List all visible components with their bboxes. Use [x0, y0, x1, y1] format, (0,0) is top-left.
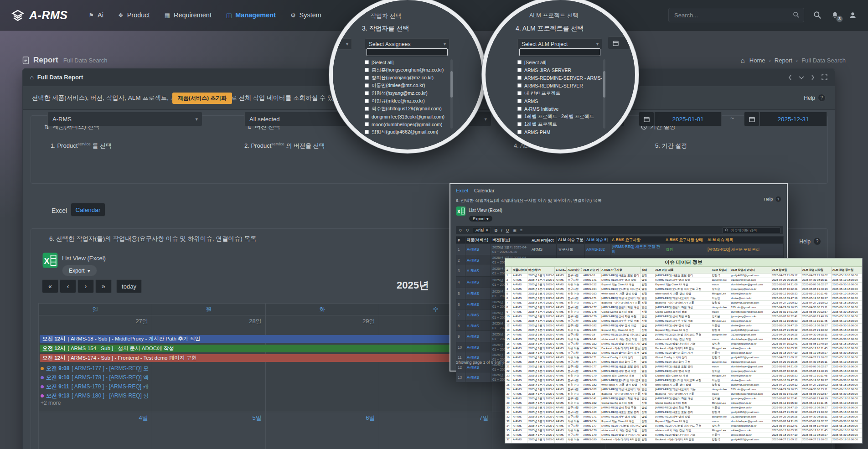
sheet-row[interactable]: 1A-RMS2025년 1분기 2025-04-01 ~ 2025-06-30A… — [506, 274, 862, 278]
calendar-button-fragment[interactable] — [608, 36, 630, 49]
assignee-option[interactable]: dongmin lee(313cokr@gmail.com) — [365, 113, 450, 120]
sheet-row[interactable]: 9A-RMS2025년 1분기 2025-04-01 ~ 2025-06-30A… — [506, 310, 862, 315]
calendar-next-button[interactable]: › — [78, 279, 94, 293]
export-button[interactable]: Export▾ — [62, 265, 97, 276]
sheet-row[interactable]: 14A-RMS2025년 1분기 2025-04-01 ~ 2025-06-30… — [506, 333, 862, 337]
sheet-row[interactable]: 5A-RMS2025년 1분기 2025-04-01 ~ 2025-06-30A… — [506, 292, 862, 296]
assignee-option[interactable]: 홍성훈(hongseonghun@mz.co.kr) — [365, 66, 450, 74]
calendar-last-button[interactable]: » — [95, 279, 112, 293]
version-select-fragment[interactable]: ▾ — [329, 38, 352, 50]
alm-option[interactable]: A-RMS Initiative — [517, 105, 602, 113]
expand-icon[interactable] — [822, 74, 827, 80]
assignee-list-scrollbar[interactable] — [450, 59, 453, 129]
sheet-row[interactable]: 22A-RMS2025년 1분기 2025-04-01 ~ 2025-06-30… — [506, 369, 862, 374]
italic-icon[interactable]: I — [501, 228, 502, 232]
calendar-event-item[interactable]: 오전 9:08[ ARMS-177 ] - [ARMS-REQ] 모니터링 — [41, 364, 149, 373]
sheet-row[interactable]: 26A-RMS2025년 1분기 2025-04-01 ~ 2025-06-30… — [506, 387, 862, 392]
excel-table-row[interactable]: 1A-RMS2025년 1분기 2025-04-01 ~ 2025-06-30A… — [456, 244, 784, 255]
date-from-calendar-button[interactable] — [639, 112, 654, 126]
product-reset-button[interactable]: 제품(서비스) 초기화 — [172, 93, 232, 104]
sheet-row[interactable]: 17A-RMS2025년 1분기 2025-04-01 ~ 2025-06-30… — [506, 346, 862, 351]
sheet-row[interactable]: 4A-RMS2025년 1분기 2025-04-01 ~ 2025-06-30A… — [506, 287, 862, 292]
sheet-row[interactable]: 8A-RMS2025년 1분기 2025-04-01 ~ 2025-06-30A… — [506, 305, 862, 310]
section-help-button[interactable]: Help ? — [799, 237, 821, 245]
breadcrumb-item[interactable]: Report — [775, 57, 792, 64]
underline-icon[interactable]: U — [506, 228, 509, 232]
alm-option[interactable]: ARMS-REDMINE-SERVER - ARMS-RE — [517, 74, 602, 82]
issue-search-input[interactable]: 이슈데이터 검색 — [722, 227, 780, 233]
alm-list-scrollbar[interactable] — [603, 59, 605, 129]
sheet-row[interactable]: 15A-RMS2025년 1분기 2025-04-01 ~ 2025-06-30… — [506, 337, 862, 342]
sheet-row[interactable]: 10A-RMS2025년 1분기 2025-04-01 ~ 2025-06-30… — [506, 315, 862, 319]
calendar-event-bar[interactable]: 오전 12시[ ARMS-174 - Sub ] - Frontend - Te… — [40, 354, 509, 362]
date-to-calendar-button[interactable] — [744, 112, 760, 126]
nav-item-management[interactable]: ◫Management — [226, 11, 276, 19]
calendar-day-cell[interactable]: 4일 — [39, 412, 152, 449]
fill-color-icon[interactable]: ▣ — [512, 228, 517, 232]
nav-item-requirement[interactable]: ▦Requirement — [165, 11, 212, 19]
sheet-row[interactable]: 38A-RMS2025년 1분기 2025-04-01 ~ 2025-06-30… — [506, 442, 862, 444]
product-select[interactable]: A-RMS▾ — [47, 112, 202, 126]
calendar-event-item[interactable]: 오전 9:10[ ARMS-178 ] - [ARMS-REQ] 엑셀 내보내기 — [41, 373, 149, 382]
sheet-row[interactable]: 13A-RMS2025년 1분기 2025-04-01 ~ 2025-06-30… — [506, 328, 862, 333]
alm-filter-input[interactable] — [519, 48, 600, 56]
alm-option[interactable]: [Select all] — [517, 58, 602, 66]
assignee-option[interactable]: [Select all] — [365, 58, 450, 66]
preview-tab-excel[interactable]: Excel — [456, 188, 468, 193]
sheet-row[interactable]: 3A-RMS2025년 1분기 2025-04-01 ~ 2025-06-30A… — [506, 283, 862, 287]
sheet-row[interactable]: 33A-RMS2025년 1분기 2025-04-01 ~ 2025-06-30… — [506, 419, 862, 424]
sheet-row[interactable]: 29A-RMS2025년 1분기 2025-04-01 ~ 2025-06-30… — [506, 401, 862, 406]
assignee-filter-input[interactable] — [367, 48, 448, 56]
calendar-day-cell[interactable]: 7일 — [379, 412, 493, 449]
nav-item-product[interactable]: ❖Product — [118, 11, 150, 19]
breadcrumb-item[interactable]: Home — [749, 57, 765, 64]
alm-option[interactable]: ARMS-JIRA-SERVER — [517, 66, 602, 74]
alm-option[interactable]: ARMS-PHM — [517, 128, 602, 136]
sheet-row[interactable]: 31A-RMS2025년 1분기 2025-04-01 ~ 2025-06-30… — [506, 410, 862, 415]
sheet-row[interactable]: 23A-RMS2025년 1분기 2025-04-01 ~ 2025-06-30… — [506, 374, 862, 378]
date-to-field[interactable]: 2025-12-31 — [760, 112, 827, 126]
sheet-row[interactable]: 20A-RMS2025년 1분기 2025-04-01 ~ 2025-06-30… — [506, 360, 862, 365]
redo-icon[interactable]: ↻ — [466, 228, 470, 232]
assignee-option[interactable]: 이민규(mklee@mz.co.kr) — [365, 97, 450, 105]
collapse-next-icon[interactable] — [811, 75, 815, 80]
assignee-option[interactable]: 이동민(dmlee@mz.co.kr) — [365, 82, 450, 89]
help-button[interactable]: Help ? — [804, 94, 826, 102]
tab-excel[interactable]: Excel — [52, 207, 67, 214]
sheet-row[interactable]: 25A-RMS2025년 1분기 2025-04-01 ~ 2025-06-30… — [506, 383, 862, 387]
calendar-prev-button[interactable]: ‹ — [60, 279, 76, 293]
calendar-first-button[interactable]: « — [42, 279, 58, 293]
sheet-row[interactable]: 34A-RMS2025년 1분기 2025-04-01 ~ 2025-06-30… — [506, 424, 862, 428]
alm-option[interactable]: 1레벨 프로젝트 — [517, 120, 602, 128]
date-from-field[interactable]: 2025-01-01 — [654, 112, 722, 126]
sheet-row[interactable]: 24A-RMS2025년 1분기 2025-04-01 ~ 2025-06-30… — [506, 378, 862, 383]
calendar-event-item[interactable]: 오전 9:13[ ARMS-180 ] - [ARMS-REQ] 상세 화면 — [41, 391, 149, 400]
sheet-row[interactable]: 6A-RMS2025년 1분기 2025-04-01 ~ 2025-06-30A… — [506, 296, 862, 301]
assignee-option[interactable]: moon(dumbbelloper@gmail.com) — [365, 120, 450, 128]
alm-option[interactable]: ARMS-REDMINE-SERVER — [517, 82, 602, 89]
sheet-row[interactable]: 7A-RMS2025년 1분기 2025-04-01 ~ 2025-06-30A… — [506, 301, 862, 305]
sheet-row[interactable]: 36A-RMS2025년 1분기 2025-04-01 ~ 2025-06-30… — [506, 433, 862, 438]
calendar-day-cell[interactable]: 29일 — [266, 315, 379, 412]
bold-icon[interactable]: B — [495, 228, 498, 232]
alm-option[interactable]: 내 칸반 프로젝트 — [517, 89, 602, 97]
calendar-day-cell[interactable]: 28일 — [152, 315, 266, 412]
calendar-day-cell[interactable]: 6일 — [266, 412, 379, 449]
sheet-row[interactable]: 28A-RMS2025년 1분기 2025-04-01 ~ 2025-06-30… — [506, 397, 862, 401]
sheet-row[interactable]: 21A-RMS2025년 1분기 2025-04-01 ~ 2025-06-30… — [506, 365, 862, 369]
assignee-option[interactable]: 장지윤(jiyoonjang@mz.co.kr) — [365, 74, 450, 82]
undo-icon[interactable]: ↺ — [459, 228, 462, 232]
global-search-input[interactable] — [668, 8, 804, 22]
nav-item-system[interactable]: ⚙System — [290, 11, 321, 19]
collapse-prev-icon[interactable] — [788, 75, 792, 80]
font-select[interactable]: Arial▾ — [473, 227, 491, 233]
calendar-event-bar[interactable]: 오전 12시[ ARMS-18 - Sub ] - MiddleProxy - … — [40, 335, 509, 343]
tab-calendar[interactable]: Calendar — [71, 203, 105, 217]
preview-tab-calendar[interactable]: Calendar — [474, 188, 495, 193]
sheet-row[interactable]: 30A-RMS2025년 1분기 2025-04-01 ~ 2025-06-30… — [506, 406, 862, 410]
sheet-row[interactable]: 35A-RMS2025년 1분기 2025-04-01 ~ 2025-06-30… — [506, 428, 862, 433]
nav-item-ai[interactable]: ⚑Ai — [88, 11, 103, 19]
calendar-day-cell[interactable]: 5일 — [152, 412, 266, 449]
assignee-option[interactable]: 양형석(hsyang@mz.co.kr) — [365, 89, 450, 97]
calendar-today-button[interactable]: today — [116, 279, 142, 293]
